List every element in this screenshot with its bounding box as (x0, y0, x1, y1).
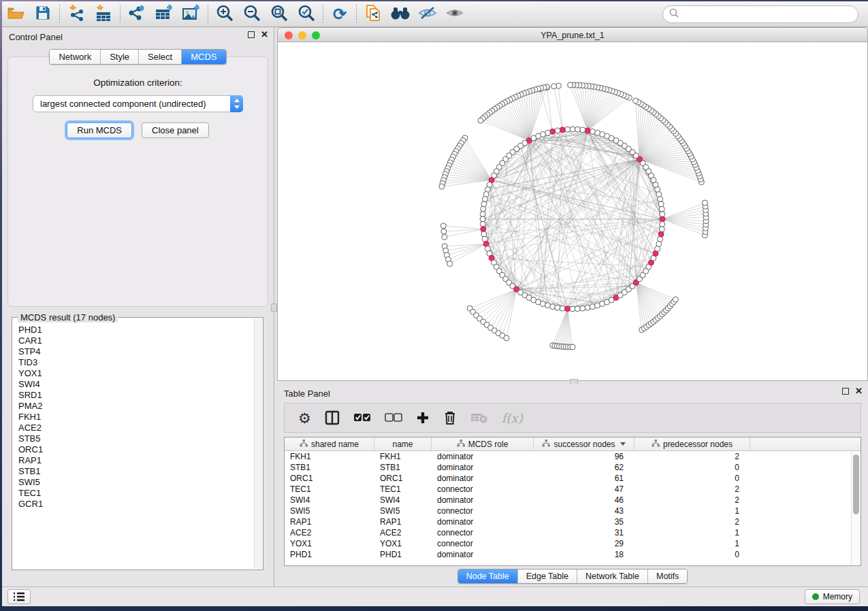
mcds-result-item[interactable]: FKH1 (18, 412, 253, 423)
mcds-result-item[interactable]: GCR1 (18, 499, 253, 510)
table-row[interactable]: RAP1RAP1dominator352 (285, 516, 861, 527)
control-panel: Control Panel ✕ NetworkStyleSelectMCDS O… (2, 27, 274, 587)
memory-button[interactable]: Memory (805, 589, 860, 604)
mcds-result-item[interactable]: SWI4 (18, 379, 253, 390)
close-panel-icon[interactable]: ✕ (261, 31, 268, 38)
tab-network-table[interactable]: Network Table (577, 569, 648, 583)
table-cell: 29 (534, 538, 634, 549)
mcds-result-item[interactable]: STP4 (18, 346, 253, 357)
clone-network-button[interactable] (359, 3, 387, 25)
table-cell: 96 (534, 451, 634, 462)
table-scrollbar-thumb[interactable] (853, 455, 859, 514)
table-cell: SWI5 (285, 506, 374, 516)
table-row[interactable]: SWI4SWI4dominator462 (285, 495, 861, 506)
table-row[interactable]: ACE2ACE2connector311 (285, 527, 861, 538)
mcds-result-item[interactable]: YOX1 (18, 368, 253, 379)
tab-node-table[interactable]: Node Table (458, 569, 518, 583)
table-row[interactable]: TEC1TEC1connector472 (285, 484, 861, 495)
table-row[interactable]: SWI5SWI5connector431 (285, 506, 861, 516)
open-file-button[interactable] (2, 3, 29, 25)
zoom-fit-icon (270, 4, 288, 24)
import-table-button[interactable] (90, 3, 117, 25)
minimize-window-icon[interactable] (298, 31, 306, 39)
task-history-button[interactable] (7, 589, 31, 604)
network-graph[interactable] (278, 42, 867, 380)
binoculars-icon (390, 5, 411, 23)
mcds-result-item[interactable]: PMA2 (18, 401, 253, 412)
mcds-result-item[interactable]: CAR1 (18, 335, 253, 346)
table-row[interactable]: FKH1FKH1dominator962 (285, 451, 861, 462)
import-network-button[interactable] (63, 3, 90, 25)
column-header-shared-name[interactable]: shared name (285, 437, 374, 450)
table-scrollbar[interactable] (851, 452, 860, 565)
table-row[interactable]: STB1STB1dominator620 (285, 462, 861, 473)
mcds-result-item[interactable]: STB5 (18, 433, 253, 444)
mcds-result-item[interactable]: RAP1 (18, 455, 253, 466)
mcds-result-item[interactable]: PHD1 (18, 325, 253, 335)
save-session-button[interactable] (29, 3, 57, 25)
mcds-result-item[interactable]: STB1 (18, 466, 253, 477)
tab-edge-table[interactable]: Edge Table (518, 569, 577, 583)
table-cell: connector (432, 506, 534, 516)
zoom-out-button[interactable] (238, 3, 266, 25)
criterion-dropdown[interactable]: largest connected component (undirected) (33, 95, 243, 112)
table-cell: connector (432, 527, 534, 538)
mcds-result-item[interactable]: TEC1 (18, 488, 253, 499)
maximize-window-icon[interactable] (312, 31, 320, 39)
add-column-button[interactable] (416, 409, 430, 427)
toolbar-separator (208, 5, 208, 24)
search-input[interactable] (679, 7, 858, 21)
export-table-button[interactable] (150, 3, 178, 25)
float-table-panel-icon[interactable] (842, 388, 849, 395)
table-cell: 1 (634, 506, 750, 516)
deselect-all-rows-button[interactable] (385, 409, 402, 427)
tab-motifs[interactable]: Motifs (648, 569, 687, 583)
result-scrollbar[interactable] (254, 318, 262, 569)
search-field[interactable] (662, 5, 858, 23)
table-settings-button[interactable]: ⚙ (298, 409, 311, 427)
tab-network[interactable]: Network (50, 50, 101, 64)
column-header-name[interactable]: name (374, 437, 432, 450)
delete-column-button[interactable] (443, 409, 457, 427)
table-cell: STB1 (285, 462, 374, 473)
close-window-icon[interactable] (285, 31, 293, 39)
find-button[interactable] (387, 3, 414, 25)
close-table-panel-icon[interactable]: ✕ (855, 388, 863, 395)
zoom-fit-button[interactable] (266, 3, 293, 25)
table-panel-tabs: Node TableEdge TableNetwork TableMotifs (457, 569, 688, 584)
dropdown-stepper-icon (230, 95, 243, 112)
show-all-button[interactable] (441, 3, 468, 25)
column-header-MCDS-role[interactable]: MCDS role (432, 437, 534, 450)
mcds-result-item[interactable]: SRD1 (18, 390, 253, 401)
select-all-rows-button[interactable] (353, 409, 371, 427)
tab-style[interactable]: Style (101, 50, 139, 64)
column-header-successor-nodes[interactable]: successor nodes (534, 437, 634, 450)
apply-layout-button[interactable]: ⟳ (326, 3, 353, 25)
float-panel-icon[interactable] (248, 31, 255, 38)
tab-mcds[interactable]: MCDS (182, 50, 225, 64)
column-header-predecessor-nodes[interactable]: predecessor nodes (634, 437, 750, 450)
export-image-button[interactable] (178, 3, 205, 25)
table-cell: PHD1 (285, 549, 374, 560)
close-panel-button[interactable]: Close panel (142, 122, 209, 138)
tab-select[interactable]: Select (139, 50, 182, 64)
node-table-header: shared namenameMCDS rolesuccessor nodesp… (285, 437, 861, 451)
hide-selected-button[interactable] (414, 3, 441, 25)
network-title-bar[interactable]: YPA_prune.txt_1 (277, 27, 868, 42)
run-mcds-button[interactable]: Run MCDS (67, 122, 132, 138)
mcds-result-item[interactable]: TID3 (18, 357, 253, 368)
show-columns-button[interactable] (325, 409, 340, 427)
mcds-result-item[interactable]: ACE2 (18, 423, 253, 433)
zoom-in-button[interactable] (211, 3, 238, 25)
mcds-result-item[interactable]: ORC1 (18, 444, 253, 455)
clone-network-icon (364, 3, 382, 25)
table-row[interactable]: PHD1PHD1dominator180 (285, 549, 861, 560)
table-row[interactable]: ORC1ORC1dominator610 (285, 473, 861, 484)
export-network-button[interactable] (123, 3, 150, 25)
mcds-result-item[interactable]: SWI5 (18, 477, 253, 488)
network-canvas[interactable] (277, 42, 868, 381)
zoom-selected-button[interactable] (293, 3, 320, 25)
vertical-splitter-handle[interactable] (271, 303, 277, 312)
mcds-result-list[interactable]: PHD1CAR1STP4TID3YOX1SWI4SRD1PMA2FKH1ACE2… (13, 322, 253, 569)
table-row[interactable]: YOX1YOX1connector291 (285, 538, 861, 549)
